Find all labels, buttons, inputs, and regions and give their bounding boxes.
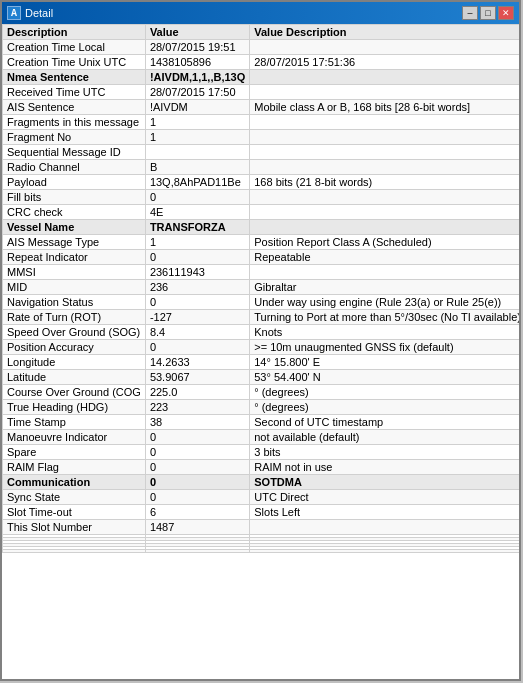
cell-desc: Fragment No	[3, 130, 146, 145]
table-body: DescriptionValueValue DescriptionCreatio…	[3, 25, 520, 553]
cell-val: 0	[145, 190, 249, 205]
cell-val: Value	[145, 25, 249, 40]
maximize-button[interactable]: □	[480, 6, 496, 20]
cell-valdesc	[250, 70, 519, 85]
cell-valdesc: Position Report Class A (Scheduled)	[250, 235, 519, 250]
cell-desc: Slot Time-out	[3, 505, 146, 520]
cell-val: -127	[145, 310, 249, 325]
cell-val	[145, 145, 249, 160]
cell-valdesc	[250, 145, 519, 160]
cell-desc: AIS Sentence	[3, 100, 146, 115]
cell-desc: Nmea Sentence	[3, 70, 146, 85]
window-title: Detail	[25, 7, 53, 19]
cell-desc: Navigation Status	[3, 295, 146, 310]
cell-valdesc: Turning to Port at more than 5°/30sec (N…	[250, 310, 519, 325]
cell-desc: Longitude	[3, 355, 146, 370]
cell-val: 223	[145, 400, 249, 415]
cell-desc: Received Time UTC	[3, 85, 146, 100]
cell-valdesc	[250, 85, 519, 100]
cell-valdesc	[250, 40, 519, 55]
cell-val: 6	[145, 505, 249, 520]
cell-val: 225.0	[145, 385, 249, 400]
cell-valdesc	[250, 220, 519, 235]
cell-valdesc: >= 10m unaugmented GNSS fix (default)	[250, 340, 519, 355]
close-button[interactable]: ✕	[498, 6, 514, 20]
cell-valdesc	[250, 205, 519, 220]
cell-val: TRANSFORZA	[145, 220, 249, 235]
cell-valdesc: Repeatable	[250, 250, 519, 265]
cell-valdesc: UTC Direct	[250, 490, 519, 505]
cell-val: 1	[145, 235, 249, 250]
cell-desc: Fragments in this message	[3, 115, 146, 130]
detail-window: A Detail – □ ✕ DescriptionValueValue Des…	[0, 0, 521, 681]
cell-valdesc	[250, 190, 519, 205]
cell-desc: Sequential Message ID	[3, 145, 146, 160]
cell-valdesc	[250, 550, 519, 553]
cell-val: 28/07/2015 17:50	[145, 85, 249, 100]
cell-val: 4E	[145, 205, 249, 220]
cell-desc: Position Accuracy	[3, 340, 146, 355]
cell-val: 0	[145, 340, 249, 355]
cell-desc: Spare	[3, 445, 146, 460]
cell-desc: Sync State	[3, 490, 146, 505]
cell-desc: True Heading (HDG)	[3, 400, 146, 415]
cell-valdesc: 168 bits (21 8-bit words)	[250, 175, 519, 190]
cell-valdesc: Value Description	[250, 25, 519, 40]
cell-desc: Rate of Turn (ROT)	[3, 310, 146, 325]
cell-valdesc: RAIM not in use	[250, 460, 519, 475]
cell-val: 0	[145, 460, 249, 475]
cell-valdesc: SOTDMA	[250, 475, 519, 490]
cell-desc	[3, 550, 146, 553]
cell-desc: MMSI	[3, 265, 146, 280]
cell-desc: Repeat Indicator	[3, 250, 146, 265]
minimize-button[interactable]: –	[462, 6, 478, 20]
cell-val: 0	[145, 295, 249, 310]
cell-desc: Fill bits	[3, 190, 146, 205]
cell-valdesc: ° (degrees)	[250, 385, 519, 400]
cell-valdesc: Under way using engine (Rule 23(a) or Ru…	[250, 295, 519, 310]
cell-desc: Time Stamp	[3, 415, 146, 430]
cell-desc: AIS Message Type	[3, 235, 146, 250]
cell-val: 13Q,8AhPAD11Be	[145, 175, 249, 190]
cell-valdesc: Second of UTC timestamp	[250, 415, 519, 430]
cell-val: 0	[145, 475, 249, 490]
cell-desc: Speed Over Ground (SOG)	[3, 325, 146, 340]
cell-val	[145, 550, 249, 553]
cell-val: 28/07/2015 19:51	[145, 40, 249, 55]
cell-desc: This Slot Number	[3, 520, 146, 535]
cell-valdesc	[250, 160, 519, 175]
title-buttons: – □ ✕	[462, 6, 514, 20]
cell-val: !AIVDM	[145, 100, 249, 115]
cell-valdesc	[250, 520, 519, 535]
cell-valdesc: 3 bits	[250, 445, 519, 460]
cell-val: 53.9067	[145, 370, 249, 385]
cell-valdesc: 53° 54.400' N	[250, 370, 519, 385]
cell-valdesc	[250, 265, 519, 280]
cell-desc: Latitude	[3, 370, 146, 385]
cell-val: 1487	[145, 520, 249, 535]
cell-val: 0	[145, 250, 249, 265]
cell-desc: RAIM Flag	[3, 460, 146, 475]
cell-valdesc: 14° 15.800' E	[250, 355, 519, 370]
title-bar: A Detail – □ ✕	[2, 2, 519, 24]
cell-valdesc	[250, 130, 519, 145]
cell-valdesc: 28/07/2015 17:51:36	[250, 55, 519, 70]
cell-val: 236111943	[145, 265, 249, 280]
cell-val: 236	[145, 280, 249, 295]
cell-desc: Communication	[3, 475, 146, 490]
cell-val: 1438105896	[145, 55, 249, 70]
cell-val: 1	[145, 130, 249, 145]
cell-valdesc: Knots	[250, 325, 519, 340]
cell-valdesc: Mobile class A or B, 168 bits [28 6-bit …	[250, 100, 519, 115]
cell-val: B	[145, 160, 249, 175]
cell-desc: Creation Time Unix UTC	[3, 55, 146, 70]
cell-valdesc: not available (default)	[250, 430, 519, 445]
cell-val: 14.2633	[145, 355, 249, 370]
cell-desc: MID	[3, 280, 146, 295]
app-icon: A	[7, 6, 21, 20]
cell-val: 8.4	[145, 325, 249, 340]
title-bar-left: A Detail	[7, 6, 53, 20]
cell-val: 0	[145, 490, 249, 505]
detail-table: DescriptionValueValue DescriptionCreatio…	[2, 24, 519, 553]
cell-valdesc: Slots Left	[250, 505, 519, 520]
